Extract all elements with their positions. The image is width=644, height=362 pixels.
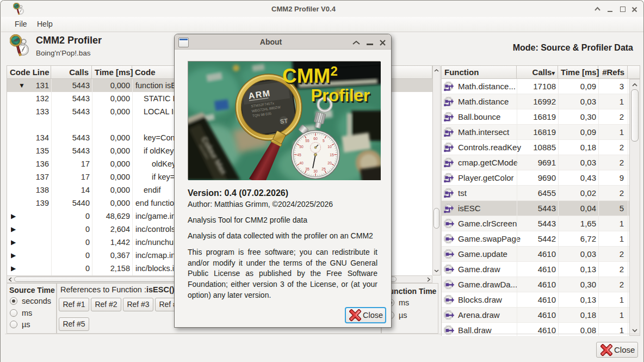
svg-text:55: 55 [305, 139, 309, 143]
svg-text:35: 35 [305, 167, 309, 171]
svg-text:60: 60 [313, 137, 318, 140]
svg-text:50: 50 [299, 145, 304, 149]
svg-text:15: 15 [330, 153, 334, 157]
svg-text:40: 40 [299, 161, 304, 165]
svg-text:CMM2: CMM2 [282, 64, 338, 87]
svg-text:5: 5 [323, 139, 325, 143]
svg-text:10: 10 [327, 145, 332, 149]
svg-text:25: 25 [321, 167, 326, 171]
svg-text:ST: ST [280, 117, 288, 125]
svg-text:20: 20 [327, 161, 332, 165]
svg-text:Profiler: Profiler [311, 86, 370, 105]
svg-text:30: 30 [313, 169, 318, 173]
svg-text:45: 45 [297, 153, 301, 157]
